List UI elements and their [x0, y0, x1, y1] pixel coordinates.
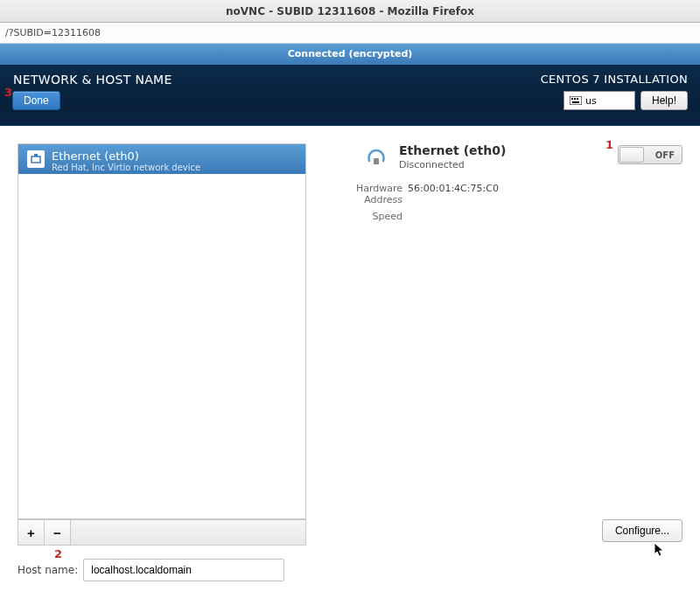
svg-rect-7 [374, 158, 379, 164]
svg-rect-4 [572, 101, 579, 103]
network-item-title: Ethernet (eth0) [52, 150, 200, 163]
svg-rect-1 [571, 98, 573, 100]
detail-title: Ethernet (eth0) [399, 143, 506, 157]
annotation-2: 2 [54, 547, 62, 560]
add-network-button[interactable]: + [18, 520, 45, 545]
network-toggle[interactable]: OFF [618, 145, 682, 164]
svg-rect-5 [32, 156, 40, 163]
speed-label: Speed [315, 211, 402, 222]
add-remove-toolbar: + − [18, 519, 306, 546]
keyboard-layout-label: us [585, 95, 597, 107]
installer-header: NETWORK & HOST NAME Done CENTOS 7 INSTAL… [0, 65, 700, 126]
url-bar: /?SUBID=12311608 [0, 23, 700, 44]
network-item-eth0[interactable]: Ethernet (eth0) Red Hat, Inc Virtio netw… [18, 144, 305, 174]
install-title: CENTOS 7 INSTALLATION [541, 73, 688, 86]
hw-address-value: 56:00:01:4C:75:C0 [408, 183, 499, 205]
hostname-label: Host name: [18, 564, 78, 576]
keyboard-icon [570, 96, 582, 105]
toggle-label: OFF [655, 150, 675, 160]
network-item-subtitle: Red Hat, Inc Virtio network device [52, 163, 200, 172]
page-title: NETWORK & HOST NAME [13, 73, 172, 87]
configure-button[interactable]: Configure... [602, 519, 682, 542]
hostname-input[interactable] [83, 559, 284, 581]
ethernet-icon [27, 150, 45, 168]
detail-status: Disconnected [399, 159, 506, 170]
mouse-cursor-icon [654, 542, 666, 561]
remove-network-button[interactable]: − [45, 520, 71, 545]
window-title: noVNC - SUBID 12311608 - Mozilla Firefox [0, 0, 700, 23]
done-button[interactable]: Done [12, 91, 60, 110]
annotation-3: 3 [4, 86, 12, 99]
vnc-status-bar: Connected (encrypted) [0, 44, 700, 65]
svg-rect-0 [570, 96, 582, 105]
svg-rect-3 [577, 98, 578, 100]
network-list[interactable]: Ethernet (eth0) Red Hat, Inc Virtio netw… [18, 143, 306, 519]
ethernet-large-icon [364, 143, 388, 168]
svg-rect-6 [34, 154, 38, 156]
body: Ethernet (eth0) Red Hat, Inc Virtio netw… [0, 126, 700, 598]
hostname-row: Host name: [18, 559, 284, 581]
keyboard-layout-indicator[interactable]: us [564, 91, 635, 110]
annotation-1: 1 [606, 138, 613, 151]
hw-address-label: Hardware Address [315, 183, 402, 205]
help-button[interactable]: Help! [640, 91, 688, 110]
svg-rect-2 [574, 98, 576, 100]
